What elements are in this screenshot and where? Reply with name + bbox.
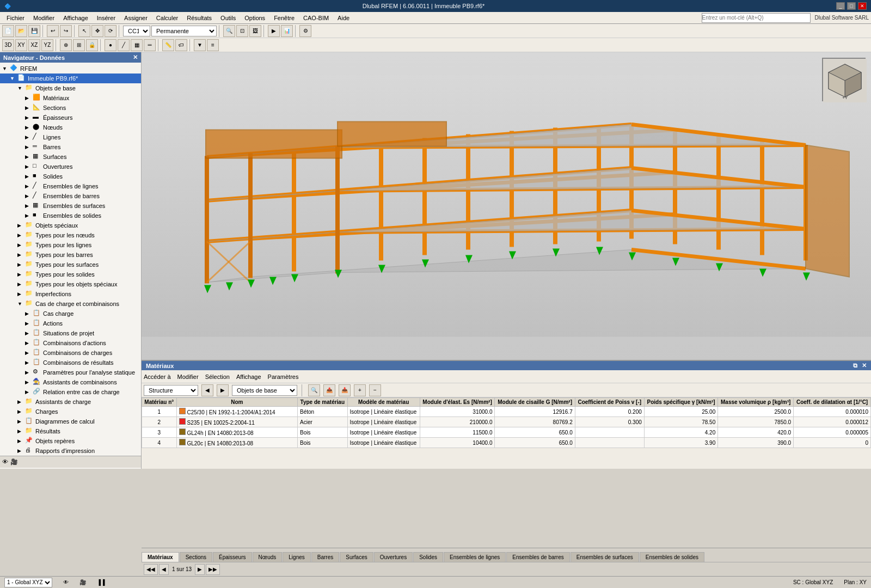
camera-status-icon[interactable]: 🎥 — [79, 579, 86, 585]
new-btn[interactable]: 📄 — [2, 25, 14, 37]
menu-resultats[interactable]: Résultats — [182, 14, 216, 22]
tree-barres[interactable]: ▶ ═ Barres — [0, 142, 141, 152]
eye-icon[interactable]: 👁 — [2, 458, 8, 465]
tree-params-statique[interactable]: ▶ ⚙ Paramètres pour l'analyse statique — [0, 367, 141, 377]
menu-options[interactable]: Options — [240, 14, 269, 22]
tree-surfaces[interactable]: ▶ ▦ Surfaces — [0, 152, 141, 162]
close-panel-icon[interactable]: ✕ — [862, 362, 867, 369]
tree-noeuds[interactable]: ▶ ⬤ Nœuds — [0, 122, 141, 132]
tree-objets-speciaux[interactable]: ▶ 📁 Objets spéciaux — [0, 220, 141, 230]
node-btn[interactable]: ● — [105, 39, 116, 51]
load-case-combo[interactable]: Permanente — [151, 26, 217, 36]
undo-btn[interactable]: ↩ — [47, 25, 59, 37]
tree-relation-cas[interactable]: ▶ 🔗 Relation entre cas de charge — [0, 387, 141, 397]
tree-assistants-comb[interactable]: ▶ 🧙 Assistants de combinaisons — [0, 377, 141, 387]
menu-affichage[interactable]: Affichage — [59, 14, 93, 22]
zoom-btn[interactable]: 🔍 — [223, 25, 235, 37]
result-btn[interactable]: 📊 — [281, 25, 293, 37]
menu-fichier[interactable]: Fichier — [2, 14, 29, 22]
tree-ens-surfaces[interactable]: ▶ ▦ Ensembles de surfaces — [0, 201, 141, 211]
tree-rapports[interactable]: ▶ 🖨 Rapports d'impression — [0, 446, 141, 456]
table-row[interactable]: 2 S235 | EN 10025-2:2004-11 Acier Isotro… — [142, 417, 871, 427]
prev-page-btn[interactable]: ◀ — [159, 564, 169, 575]
menu-cao-bim[interactable]: CAO-BIM — [299, 14, 333, 22]
next-page-btn[interactable]: ▶ — [195, 564, 205, 575]
tree-solides[interactable]: ▶ ■ Solides — [0, 171, 141, 181]
tree-types-lignes[interactable]: ▶ 📁 Types pour les lignes — [0, 240, 141, 250]
calc-btn[interactable]: ▶ — [268, 25, 280, 37]
close-button[interactable]: ✕ — [858, 2, 867, 10]
tree-epaisseurs[interactable]: ▶ ▬ Épaisseurs — [0, 113, 141, 122]
tab-lignes[interactable]: Lignes — [283, 552, 310, 562]
view-3d-btn[interactable]: 3D — [2, 39, 14, 51]
tab-ens-solides[interactable]: Ensembles de solides — [640, 552, 704, 562]
fit-btn[interactable]: ⊡ — [236, 25, 248, 37]
tree-cas-charge-comb[interactable]: ▼ 📁 Cas de charge et combinaisons — [0, 299, 141, 309]
search-input[interactable] — [702, 13, 811, 23]
del-mat-btn[interactable]: − — [369, 384, 381, 396]
select-btn[interactable]: ↖ — [78, 25, 90, 37]
parametres-label[interactable]: Paramètres — [268, 373, 299, 380]
grid-btn[interactable]: ⊞ — [73, 39, 85, 51]
open-btn[interactable]: 📂 — [15, 25, 27, 37]
tree-materiaux[interactable]: ▶ 🟧 Matériaux — [0, 93, 141, 103]
menu-fenetre[interactable]: Fenêtre — [269, 14, 299, 22]
tree-ouvertures[interactable]: ▶ □ Ouvertures — [0, 162, 141, 171]
line-btn[interactable]: ╱ — [118, 39, 130, 51]
view-combo[interactable]: 1 - Global XYZ — [4, 578, 52, 587]
view-xy-btn[interactable]: XY — [15, 39, 27, 51]
tree-ens-lignes[interactable]: ▶ ╱ Ensembles de lignes — [0, 181, 141, 191]
redo-btn[interactable]: ↪ — [60, 25, 72, 37]
tree-types-barres[interactable]: ▶ 📁 Types pour les barres — [0, 250, 141, 260]
objets-filter[interactable]: Objets de base — [232, 385, 297, 396]
tree-types-objets-speciaux[interactable]: ▶ 📁 Types pour les objets spéciaux — [0, 279, 141, 289]
tree-imperfections[interactable]: ▶ 📁 Imperfections — [0, 289, 141, 299]
tree-comb-resultats[interactable]: ▶ 📋 Combinaisons de résultats — [0, 358, 141, 367]
tab-epaisseurs[interactable]: Épaisseurs — [213, 552, 252, 562]
tree-types-solides[interactable]: ▶ 📁 Types pour les solides — [0, 270, 141, 279]
tab-ens-surfaces[interactable]: Ensembles de surfaces — [571, 552, 639, 562]
move-btn[interactable]: ✥ — [91, 25, 103, 37]
acceder-label[interactable]: Accéder à — [144, 373, 171, 380]
toggle-project[interactable]: ▼ — [10, 76, 17, 81]
view-yz-btn[interactable]: YZ — [41, 39, 53, 51]
nav-close-icon[interactable]: ✕ — [133, 54, 138, 61]
tree-objets-base[interactable]: ▼ 📁 Objets de base — [0, 83, 141, 93]
restore-icon[interactable]: ⧉ — [853, 362, 857, 369]
toggle-rfem[interactable]: ▼ — [2, 66, 10, 71]
table-row[interactable]: 3 GL24h | EN 14080:2013-08 Bois Isotrope… — [142, 427, 871, 438]
menu-calculer[interactable]: Calculer — [152, 14, 182, 22]
next-btn[interactable]: ▶ — [217, 384, 229, 396]
tree-resultats[interactable]: ▶ 📁 Résultats — [0, 426, 141, 436]
view-xz-btn[interactable]: XZ — [28, 39, 40, 51]
tab-materiaux[interactable]: Matériaux — [142, 552, 179, 562]
tree-lignes[interactable]: ▶ ╱ Lignes — [0, 132, 141, 142]
minimize-button[interactable]: _ — [836, 2, 845, 10]
settings-btn[interactable]: ⚙ — [299, 25, 311, 37]
layer-btn[interactable]: ≡ — [207, 39, 219, 51]
structure-filter[interactable]: Structure — [144, 385, 198, 396]
tree-ens-barres[interactable]: ▶ ╱ Ensembles de barres — [0, 191, 141, 201]
tree-types-noeuds[interactable]: ▶ 📁 Types pour les nœuds — [0, 230, 141, 240]
tree-project[interactable]: ▼ 📄 Immeuble PB9.rf6* — [0, 74, 141, 83]
maximize-button[interactable]: □ — [847, 2, 856, 10]
tree-comb-actions[interactable]: ▶ 📋 Combinaisons d'actions — [0, 338, 141, 348]
table-row[interactable]: 1 C25/30 | EN 1992-1-1:2004/A1:2014 Béto… — [142, 407, 871, 417]
measure-btn[interactable]: 📏 — [162, 39, 174, 51]
menu-aide[interactable]: Aide — [333, 14, 354, 22]
tree-sections[interactable]: ▶ 📐 Sections — [0, 103, 141, 113]
surface-btn[interactable]: ▦ — [131, 39, 143, 51]
affichage-label[interactable]: Affichage — [236, 373, 261, 380]
camera-icon[interactable]: 🎥 — [10, 458, 18, 465]
render-btn[interactable]: 🖼 — [249, 25, 261, 37]
selection-label[interactable]: Sélection — [205, 373, 230, 380]
menu-outils[interactable]: Outils — [216, 14, 240, 22]
tree-types-surfaces[interactable]: ▶ 📁 Types pour les surfaces — [0, 260, 141, 270]
tab-noeuds[interactable]: Nœuds — [253, 552, 283, 562]
viewport-3d[interactable]: +Y — [142, 52, 871, 360]
tab-ens-barres[interactable]: Ensembles de barres — [506, 552, 570, 562]
tab-surfaces[interactable]: Surfaces — [340, 552, 373, 562]
tree-assistants-charge[interactable]: ▶ 📁 Assistants de charge — [0, 397, 141, 407]
rotate-btn[interactable]: ⟳ — [105, 25, 116, 37]
bar-btn[interactable]: ═ — [144, 39, 156, 51]
